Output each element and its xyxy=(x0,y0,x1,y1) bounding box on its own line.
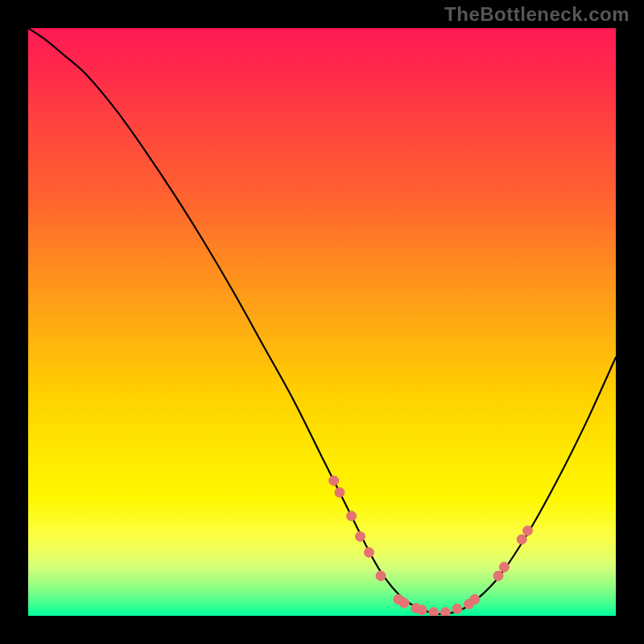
data-marker xyxy=(493,571,503,580)
watermark-text: TheBottleneck.com xyxy=(444,3,630,26)
data-marker xyxy=(429,608,439,616)
data-marker xyxy=(355,531,365,541)
data-markers xyxy=(329,476,533,616)
curve-layer xyxy=(28,28,616,616)
data-marker xyxy=(452,604,462,613)
data-marker xyxy=(470,595,480,605)
data-marker xyxy=(440,608,450,616)
data-marker xyxy=(499,562,509,572)
data-marker xyxy=(523,526,533,535)
data-marker xyxy=(347,511,357,521)
data-marker xyxy=(399,598,409,608)
plot-area xyxy=(28,28,616,616)
data-marker xyxy=(417,605,427,615)
data-marker xyxy=(364,547,374,557)
data-marker xyxy=(335,488,345,497)
data-marker xyxy=(329,476,339,485)
data-marker xyxy=(376,571,386,580)
chart-frame: TheBottleneck.com xyxy=(0,0,644,644)
data-marker xyxy=(517,535,526,544)
